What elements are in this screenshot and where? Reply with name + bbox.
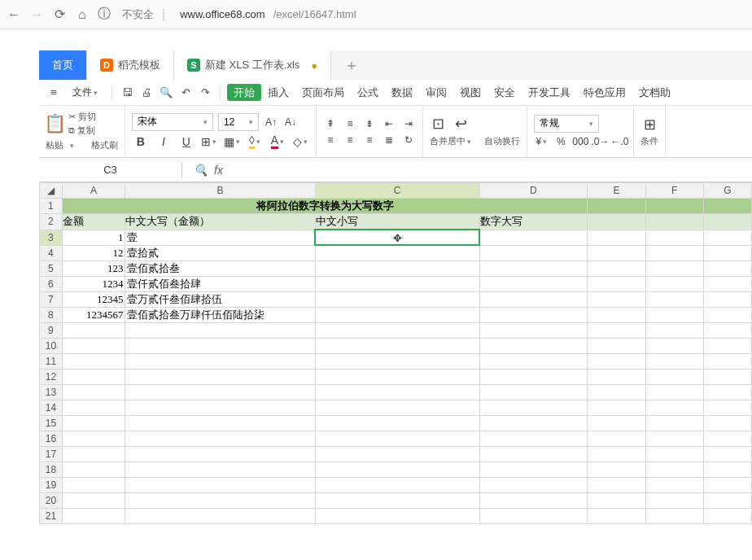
cell[interactable] — [479, 431, 588, 446]
cell[interactable] — [645, 230, 703, 245]
cell[interactable] — [703, 462, 751, 477]
url-host[interactable]: www.office68.com — [180, 8, 265, 20]
cell[interactable] — [479, 291, 588, 307]
cell-chinese[interactable]: 壹仟贰佰叁拾肆 — [125, 276, 315, 291]
cell[interactable] — [703, 477, 751, 492]
cell[interactable] — [62, 477, 125, 492]
cell-amount[interactable]: 1234567 — [62, 307, 125, 322]
cell[interactable] — [315, 400, 479, 415]
cell[interactable] — [645, 353, 703, 369]
tab-home[interactable]: 首页 — [39, 50, 87, 80]
cell[interactable] — [645, 260, 703, 276]
row-header[interactable]: 18 — [40, 462, 63, 477]
cell[interactable] — [62, 369, 125, 384]
cell[interactable] — [315, 307, 479, 322]
cell[interactable] — [315, 462, 479, 477]
cell[interactable] — [645, 384, 703, 400]
cell[interactable] — [645, 431, 703, 446]
cell[interactable] — [588, 477, 645, 492]
save-icon[interactable]: 🖫 — [119, 85, 135, 101]
menu-插入[interactable]: 插入 — [261, 84, 295, 101]
cell[interactable] — [125, 462, 315, 477]
column-label[interactable]: 数字大写 — [479, 214, 588, 230]
cell[interactable] — [645, 199, 703, 214]
wrap-button[interactable]: 自动换行 — [484, 135, 520, 147]
cell[interactable] — [62, 462, 125, 477]
forward-button[interactable]: → — [29, 7, 44, 22]
cell[interactable] — [315, 384, 479, 400]
menu-file[interactable]: 文件▾ — [65, 83, 105, 102]
cell[interactable] — [703, 353, 751, 369]
cell[interactable] — [588, 353, 645, 369]
cell[interactable] — [315, 369, 479, 384]
cell[interactable] — [588, 431, 645, 446]
cell[interactable] — [588, 199, 645, 214]
cell[interactable] — [588, 214, 645, 230]
cell[interactable] — [479, 462, 588, 477]
cell[interactable] — [315, 477, 479, 492]
info-icon[interactable]: ⓘ — [98, 6, 111, 23]
cell[interactable] — [645, 338, 703, 353]
menu-视图[interactable]: 视图 — [453, 84, 487, 101]
cell[interactable] — [588, 291, 645, 307]
row-header[interactable]: 2 — [40, 214, 63, 230]
row-header[interactable]: 9 — [40, 322, 63, 338]
underline-button[interactable]: U — [177, 133, 195, 151]
cell[interactable] — [479, 477, 588, 492]
cell[interactable] — [703, 446, 751, 462]
col-header[interactable]: A — [62, 183, 125, 199]
col-header[interactable]: G — [703, 183, 751, 199]
cell[interactable] — [588, 462, 645, 477]
menu-grip-icon[interactable]: ≡ — [46, 85, 62, 101]
cell[interactable] — [315, 245, 479, 260]
menu-特色应用[interactable]: 特色应用 — [577, 84, 632, 101]
menu-安全[interactable]: 安全 — [487, 84, 522, 101]
reload-button[interactable]: ⟳ — [52, 7, 67, 22]
wrap-icon[interactable]: ↩ — [453, 115, 470, 133]
cell[interactable] — [479, 307, 588, 322]
column-label[interactable]: 金额 — [62, 214, 125, 230]
cell[interactable] — [479, 492, 588, 508]
align-top-icon[interactable]: ⇞ — [323, 116, 338, 131]
row-header[interactable]: 4 — [40, 245, 63, 260]
menu-开发工具[interactable]: 开发工具 — [522, 84, 577, 101]
cell[interactable] — [125, 338, 315, 353]
indent-left-icon[interactable]: ⇤ — [382, 116, 396, 131]
cell[interactable] — [125, 415, 315, 431]
copy-button[interactable]: ⧉ 复制 — [68, 125, 96, 137]
column-label[interactable]: 中文小写 — [315, 214, 479, 230]
cell[interactable] — [125, 477, 315, 492]
cell-style-button[interactable]: ▦▾ — [223, 133, 241, 151]
cell[interactable] — [645, 276, 703, 291]
inc-decimal-icon[interactable]: .0→ — [592, 134, 607, 149]
row-header[interactable]: 3 — [40, 230, 63, 245]
row-header[interactable]: 17 — [40, 446, 63, 462]
align-right-icon[interactable]: ≡ — [362, 133, 377, 147]
align-justify-icon[interactable]: ≣ — [382, 133, 396, 147]
cell[interactable] — [125, 508, 315, 523]
cell[interactable] — [62, 431, 125, 446]
cell[interactable] — [479, 338, 588, 353]
cell[interactable] — [645, 508, 703, 523]
home-button[interactable]: ⌂ — [75, 7, 90, 22]
cell[interactable]: ✥ — [315, 230, 479, 245]
cell[interactable] — [315, 492, 479, 508]
cell[interactable] — [645, 322, 703, 338]
clear-format-button[interactable]: ◇▾ — [291, 133, 309, 151]
cell[interactable] — [703, 415, 751, 431]
cell-chinese[interactable]: 壹 — [125, 230, 315, 245]
fill-color-button[interactable]: ◊▾ — [246, 133, 264, 151]
cell[interactable] — [62, 446, 125, 462]
tab-add[interactable]: ＋ — [331, 50, 372, 80]
cell[interactable] — [703, 307, 751, 322]
cell[interactable] — [125, 322, 315, 338]
paste-button[interactable]: 粘贴 — [46, 139, 63, 151]
cell[interactable] — [315, 291, 479, 307]
cell[interactable] — [588, 322, 645, 338]
cell[interactable] — [645, 462, 703, 477]
cell[interactable] — [479, 353, 588, 369]
align-middle-icon[interactable]: ≡ — [343, 116, 357, 131]
cell[interactable] — [125, 353, 315, 369]
cell[interactable] — [479, 400, 588, 415]
cell[interactable] — [125, 446, 315, 462]
